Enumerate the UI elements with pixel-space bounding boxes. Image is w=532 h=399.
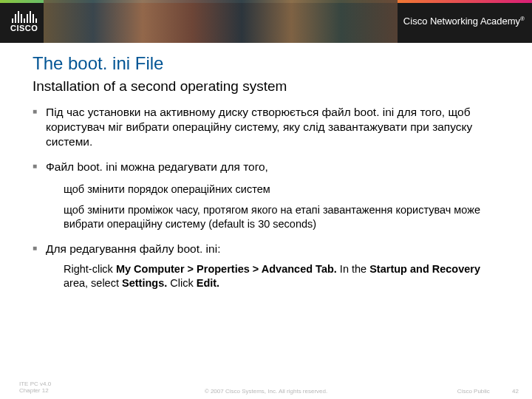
slide-subtitle: Installation of a second operating syste…: [33, 78, 502, 95]
sub-bullet-list: щоб змінити порядок операційних систем щ…: [46, 183, 502, 232]
slide-title: The boot. ini File: [33, 53, 502, 74]
sub-bullet-item: щоб змінити проміжок часу, протягом яког…: [46, 203, 502, 231]
cisco-logo-text: CISCO: [10, 24, 38, 33]
bullet-list: Під час установки на активному диску ств…: [33, 105, 502, 290]
bullet-item: Файл boot. ini можна редагувати для того…: [33, 160, 502, 231]
bullet-text: Для редагування файлу boot. ini:: [46, 242, 220, 255]
header-photo-strip: [44, 0, 398, 43]
footer-classification: Cisco Public: [457, 388, 490, 395]
slide-content: The boot. ini File Installation of a sec…: [0, 43, 532, 290]
academy-label: Cisco Networking Academy®: [403, 16, 525, 27]
footer-chapter: Chapter 12: [19, 387, 51, 395]
footer-left: ITE PC v4.0 Chapter 12: [19, 381, 51, 395]
footer-copyright: © 2007 Cisco Systems, Inc. All rights re…: [205, 388, 327, 395]
bullet-item: Під час установки на активному диску ств…: [33, 105, 502, 149]
edit-instructions: Right-click My Computer > Properties > A…: [46, 262, 502, 290]
cisco-logo-icon: [12, 11, 37, 23]
slide-header: CISCO Cisco Networking Academy®: [0, 0, 532, 43]
sub-bullet-item: щоб змінити порядок операційних систем: [46, 183, 502, 197]
footer-right: Cisco Public 42: [437, 388, 519, 395]
cisco-logo: CISCO: [10, 11, 38, 33]
bullet-item: Для редагування файлу boot. ini: Right-c…: [33, 242, 502, 290]
bullet-text: Файл boot. ini можна редагувати для того…: [46, 160, 268, 173]
instruction-text: Right-click My Computer > Properties > A…: [46, 262, 502, 290]
footer-page-number: 42: [512, 388, 519, 395]
footer-course: ITE PC v4.0: [19, 381, 51, 388]
slide-footer: ITE PC v4.0 Chapter 12 © 2007 Cisco Syst…: [0, 381, 532, 395]
